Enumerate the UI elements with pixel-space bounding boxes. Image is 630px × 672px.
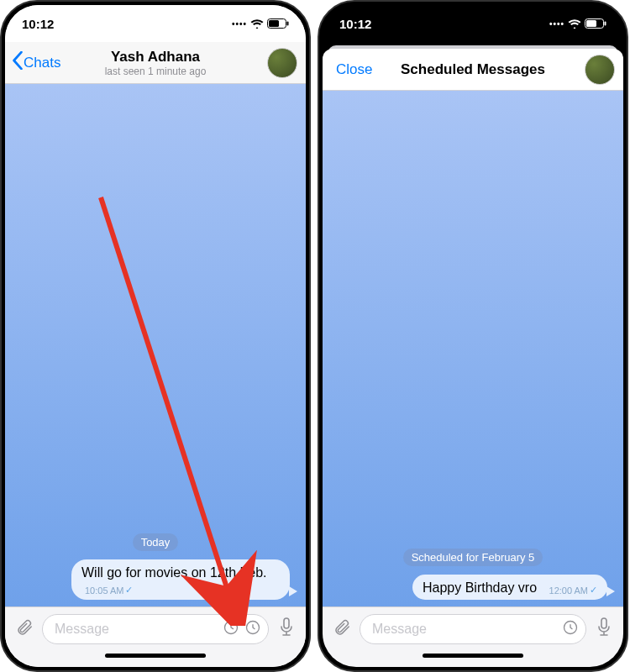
schedule-clock-icon[interactable] <box>223 619 239 639</box>
signal-icon: •••• <box>232 19 247 29</box>
wifi-icon <box>568 18 581 29</box>
home-indicator <box>5 650 306 667</box>
microphone-icon <box>596 617 612 641</box>
message-placeholder: Message <box>55 622 109 637</box>
close-button[interactable]: Close <box>329 61 379 78</box>
chat-body[interactable]: Today Will go for movies on 12th Feb. 10… <box>5 84 306 606</box>
svg-rect-1 <box>269 20 279 27</box>
microphone-icon <box>278 617 295 641</box>
date-chip: Today <box>133 533 179 551</box>
svg-rect-7 <box>586 20 596 27</box>
chat-body[interactable]: Scheduled for February 5 Happy Birthday … <box>323 91 623 606</box>
voice-button[interactable] <box>274 614 299 644</box>
chevron-left-icon <box>12 51 24 74</box>
message-input-bar: Message <box>5 606 306 650</box>
message-bubble-outgoing[interactable]: Happy Birthday vro 12:00 AM ✓ <box>412 575 615 600</box>
status-time: 10:12 <box>22 17 54 31</box>
paperclip-icon <box>15 618 34 640</box>
message-placeholder: Message <box>372 622 427 637</box>
double-check-icon: ✓ <box>125 585 133 596</box>
back-label: Chats <box>24 55 60 71</box>
svg-rect-8 <box>605 22 606 26</box>
battery-icon <box>585 18 606 29</box>
date-chip: Scheduled for February 5 <box>403 549 543 566</box>
battery-icon <box>267 18 289 29</box>
status-time: 10:12 <box>339 17 371 31</box>
message-text: Will go for movies on 12th Feb. <box>81 565 267 580</box>
sticker-timer-icon[interactable] <box>562 619 579 639</box>
message-input[interactable]: Message <box>360 614 586 644</box>
sticker-timer-icon[interactable] <box>244 619 261 639</box>
svg-rect-5 <box>284 618 289 628</box>
message-time: 10:05 AM <box>85 585 123 596</box>
home-indicator <box>323 650 623 667</box>
status-bar: 10:12 •••• <box>323 5 623 42</box>
back-button[interactable]: Chats <box>12 51 60 74</box>
attachment-button[interactable] <box>329 614 354 644</box>
message-time: 12:00 AM <box>549 585 588 596</box>
message-input[interactable]: Message <box>42 614 269 644</box>
phone-right: 10:12 •••• Close Scheduled Messages <box>318 0 628 672</box>
message-bubble-outgoing[interactable]: Will go for movies on 12th Feb. 10:05 AM… <box>71 559 297 600</box>
status-right-cluster: •••• <box>232 18 289 29</box>
bubble-tail <box>606 586 615 596</box>
modal-sheet-edge <box>323 42 623 49</box>
scheduled-header: Close Scheduled Messages <box>323 49 623 91</box>
double-check-icon: ✓ <box>590 585 597 596</box>
status-bar: 10:12 •••• <box>5 5 306 42</box>
message-text: Happy Birthday vro <box>423 580 537 595</box>
bubble-tail <box>289 586 297 596</box>
svg-rect-10 <box>601 618 606 628</box>
avatar[interactable] <box>585 55 615 85</box>
message-input-bar: Message <box>323 606 623 650</box>
svg-rect-2 <box>287 22 289 26</box>
phone-left: 10:12 •••• Chats <box>0 0 311 672</box>
status-right-cluster: •••• <box>549 18 606 29</box>
wifi-icon <box>250 18 264 29</box>
chat-header: Chats Yash Adhana last seen 1 minute ago <box>5 42 306 84</box>
paperclip-icon <box>333 618 351 640</box>
voice-button[interactable] <box>591 614 617 644</box>
avatar[interactable] <box>267 48 297 78</box>
signal-icon: •••• <box>549 19 564 29</box>
attachment-button[interactable] <box>12 614 37 644</box>
